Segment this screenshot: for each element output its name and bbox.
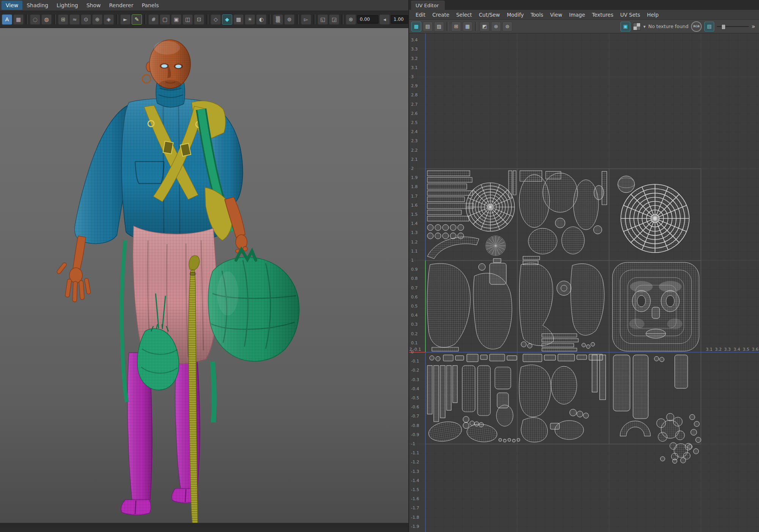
uv-distortion-icon[interactable]: ▨ <box>434 22 444 31</box>
eye <box>161 64 167 68</box>
pane-outliner-layout-icon[interactable]: ◲ <box>329 14 339 25</box>
camera-icon[interactable]: ⊚ <box>284 14 294 25</box>
uv-menu-view[interactable]: View <box>546 10 565 19</box>
uv-layout-icon[interactable]: ▤ <box>423 22 433 31</box>
uv-menu-uv-sets[interactable]: UV Sets <box>617 10 644 19</box>
uv-menu-cut-sew[interactable]: Cut/Sew <box>476 10 504 19</box>
uv-shell-selection-icon[interactable]: ▩ <box>411 22 421 31</box>
toolbar-separator <box>342 14 343 24</box>
uv-editor-tabbar: UV Editor <box>409 0 759 10</box>
wireframe-display-icon[interactable]: ◇ <box>211 14 221 25</box>
panel-menu-view[interactable]: View <box>2 1 22 10</box>
snap-curve-icon[interactable]: ≈ <box>69 14 80 25</box>
modeling-toolkit-pencil-icon[interactable]: ✎ <box>132 14 142 25</box>
grid-toggle-icon[interactable]: # <box>148 14 159 25</box>
texture-image-icon[interactable]: ▣ <box>620 22 630 31</box>
uv-editor-canvas[interactable]: 3.5 3.4 3.3 3.2 3.1 3 2.9 2.8 2.7 <box>409 33 759 532</box>
uv-snapshot-camera-icon[interactable]: ⊚ <box>502 22 512 31</box>
uv-menu-image[interactable]: Image <box>565 10 588 19</box>
toolbar-separator <box>313 14 315 24</box>
smooth-shaded-icon[interactable]: ◆ <box>222 14 232 25</box>
viewport-menubar: View Shading Lighting Show Renderer Pane… <box>0 0 408 11</box>
uv-menu-create[interactable]: Create <box>429 10 453 19</box>
maya-window: View Shading Lighting Show Renderer Pane… <box>0 0 759 532</box>
sash-ribbon <box>121 240 127 402</box>
uv-editor-menubar: Edit Create Select Cut/Sew Modify Tools … <box>409 10 759 20</box>
toolbar-separator <box>144 14 146 24</box>
uv-editor-toolbar: ▩ ▤ ▨ ⊞ ▦ ◩ ⊛ ⊚ <box>409 20 759 33</box>
shade-uvs-icon[interactable]: ◩ <box>480 22 490 31</box>
checker-texture-swatch[interactable] <box>633 23 641 30</box>
toolbar-overflow-icon[interactable]: » <box>751 23 755 30</box>
snap-point-icon[interactable]: ⊙ <box>81 14 91 25</box>
gate-mask-icon[interactable]: ▣ <box>171 14 181 25</box>
uv-menu-textures[interactable]: Textures <box>589 10 617 19</box>
playback-speed-field[interactable]: 1.00 <box>391 15 408 24</box>
paint-select-icon[interactable]: ◍ <box>41 14 52 25</box>
toolbar-separator <box>447 22 449 31</box>
left-hand <box>56 236 91 302</box>
viewport-toolbar: A ▦ ◌ ◍ ⊞ ≈ ⊙ ⊕ ◈ <box>0 11 408 28</box>
viewport-panel: View Shading Lighting Show Renderer Pane… <box>0 0 408 532</box>
panel-menu-panels[interactable]: Panels <box>137 1 163 10</box>
resolution-gate-icon[interactable]: ▢ <box>160 14 170 25</box>
checker-map-icon[interactable]: ⊞ <box>451 22 461 31</box>
sash-ribbon <box>213 362 214 422</box>
safe-action-icon[interactable]: ⊡ <box>194 14 204 25</box>
textured-display-icon[interactable]: ▩ <box>233 14 244 25</box>
viewport-3d-canvas[interactable] <box>0 28 408 527</box>
viewport-bottom-strip <box>0 523 408 527</box>
toolbar-separator <box>54 14 56 24</box>
toolbar-separator <box>297 14 299 24</box>
uv-menu-tools[interactable]: Tools <box>527 10 546 19</box>
rgb-channel-button[interactable]: RGB <box>691 21 702 32</box>
panel-menu-lighting[interactable]: Lighting <box>52 1 82 10</box>
texture-borders-icon[interactable]: ▦ <box>463 22 472 31</box>
eye <box>175 65 181 68</box>
display-options-gear-icon[interactable]: ⊛ <box>491 22 501 31</box>
select-tool-icon[interactable]: ▻ <box>301 14 311 25</box>
rotate-snap-field[interactable]: 0.00 <box>357 15 378 24</box>
toolbar-separator <box>475 22 477 31</box>
earring <box>142 75 151 83</box>
xray-display-icon[interactable]: ▒ <box>273 14 283 25</box>
snap-grid-icon[interactable]: ⊞ <box>58 14 68 25</box>
toolbar-separator <box>116 14 118 24</box>
uv-menu-select[interactable]: Select <box>453 10 476 19</box>
uv-menu-help[interactable]: Help <box>644 10 662 19</box>
character-head <box>142 40 191 107</box>
history-input-icon[interactable]: ► <box>120 14 131 25</box>
four-pane-layout-icon[interactable]: ◱ <box>318 14 328 25</box>
panel-menu-renderer[interactable]: Renderer <box>105 1 137 10</box>
texture-dropdown-caret[interactable]: ▾ <box>643 24 646 29</box>
selection-mask-icon[interactable]: A <box>2 14 12 25</box>
uv-toolbar-left: ▩ ▤ ▨ ⊞ ▦ ◩ ⊛ ⊚ <box>411 22 512 31</box>
make-live-icon[interactable]: ◈ <box>104 14 114 25</box>
uv-menu-modify[interactable]: Modify <box>503 10 527 19</box>
playback-speed-icon[interactable]: ◂ <box>380 14 390 25</box>
layout-preset-icon[interactable]: ▦ <box>13 14 24 25</box>
gear-icon[interactable]: ⊛ <box>346 14 356 25</box>
field-chart-icon[interactable]: ◫ <box>183 14 193 25</box>
toolbar-separator <box>269 14 271 24</box>
image-dim-slider[interactable] <box>717 23 749 30</box>
uv-menu-edit[interactable]: Edit <box>412 10 429 19</box>
harness-buckle <box>163 141 173 154</box>
uv-toolbar-right: ▣ ▾ No texture found RGB ▤ » <box>620 21 757 32</box>
lasso-select-icon[interactable]: ◌ <box>30 14 40 25</box>
harness-buckle <box>180 143 191 156</box>
uv-editor-tab[interactable]: UV Editor <box>411 1 445 10</box>
character-model <box>0 28 408 527</box>
panel-menu-show[interactable]: Show <box>82 1 105 10</box>
shadows-icon[interactable]: ◐ <box>256 14 266 25</box>
image-ratio-icon[interactable]: ▤ <box>704 22 714 31</box>
panel-menu-shading[interactable]: Shading <box>22 1 52 10</box>
uv-shells-tile-face[interactable] <box>613 262 699 351</box>
snap-view-plane-icon[interactable]: ⊕ <box>92 14 102 25</box>
all-lights-icon[interactable]: ☀ <box>245 14 255 25</box>
duffel-bag <box>208 250 299 361</box>
toolbar-separator <box>206 14 208 24</box>
toolbar-separator <box>26 14 28 24</box>
uv-editor-panel: UV Editor Edit Create Select Cut/Sew Mod… <box>408 0 759 532</box>
texture-status-label: No texture found <box>648 24 688 29</box>
